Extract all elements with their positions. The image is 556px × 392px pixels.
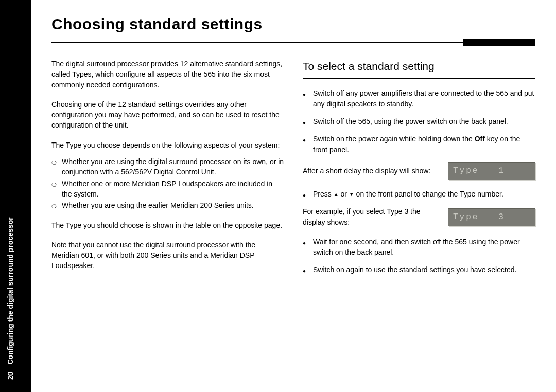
display-row: After a short delay the display will sho…: [303, 162, 535, 180]
bullet-dot-icon: [303, 264, 309, 275]
list-text: Whether you are using the digital surrou…: [62, 156, 284, 177]
para: The Type you should choose is shown in t…: [51, 220, 284, 230]
bullet-icon: [51, 156, 59, 177]
step: Press or on the front panel to change th…: [303, 189, 535, 199]
off-key: Off: [475, 135, 485, 143]
step-text: Switch off any power amplifiers that are…: [313, 88, 535, 109]
step-text: Switch on the power again while holding …: [313, 134, 535, 155]
sidebar-label: 20 Configuring the digital surround proc…: [6, 217, 14, 380]
bullet-dot-icon: [303, 189, 309, 199]
page-title: Choosing standard settings: [51, 15, 535, 33]
display-row: For example, if you select Type 3 the di…: [303, 206, 535, 227]
step-text: Switch on again to use the standard sett…: [313, 264, 516, 275]
step-text: Wait for one second, and then switch off…: [313, 237, 535, 258]
para: Note that you cannot use the digital sur…: [51, 240, 284, 271]
bullet-icon: [51, 200, 59, 210]
para: The Type you choose depends on the follo…: [51, 140, 284, 150]
bullet-dot-icon: [303, 134, 309, 155]
list-item: Whether one or more Meridian DSP Loudspe…: [51, 179, 284, 200]
sidebar: 20 Configuring the digital surround proc…: [0, 0, 31, 392]
step: Switch on again to use the standard sett…: [303, 264, 535, 275]
list-text: Whether you are using the earlier Meridi…: [62, 200, 254, 210]
step: Switch off any power amplifiers that are…: [303, 88, 535, 109]
t: Switch on the power again while holding …: [313, 135, 475, 143]
section-rule: [303, 78, 535, 79]
para: After a short delay the display will sho…: [303, 166, 441, 176]
step: Switch on the power again while holding …: [303, 134, 535, 155]
step: Wait for one second, and then switch off…: [303, 237, 535, 258]
list-text: Whether one or more Meridian DSP Loudspe…: [62, 179, 284, 200]
para: For example, if you select Type 3 the di…: [303, 206, 441, 227]
bullet-dot-icon: [303, 116, 309, 127]
lcd-display: Type 1: [448, 162, 535, 180]
bullet-dot-icon: [303, 237, 309, 258]
t: on the front panel to change the Type nu…: [354, 190, 503, 198]
step: Switch off the 565, using the power swit…: [303, 116, 535, 127]
step-text: Press or on the front panel to change th…: [313, 189, 503, 199]
lcd-display: Type 3: [448, 208, 535, 226]
section-heading: To select a standard setting: [303, 59, 535, 74]
right-column: To select a standard setting Switch off …: [303, 59, 535, 282]
list-item: Whether you are using the digital surrou…: [51, 156, 284, 177]
up-arrow-icon: [334, 190, 339, 198]
list-item: Whether you are using the earlier Meridi…: [51, 200, 284, 210]
t: or: [339, 190, 349, 198]
page-content: Choosing standard settings The digital s…: [31, 0, 556, 377]
para: Choosing one of the 12 standard settings…: [51, 99, 284, 131]
aspect-list: Whether you are using the digital surrou…: [51, 156, 284, 210]
para: The digital surround processor provides …: [51, 59, 284, 90]
t: Press: [313, 190, 334, 198]
step-text: Switch off the 565, using the power swit…: [313, 116, 508, 127]
title-rule: [51, 36, 535, 46]
down-arrow-icon: [349, 190, 354, 198]
bullet-dot-icon: [303, 88, 309, 109]
bullet-icon: [51, 179, 59, 200]
left-column: The digital surround processor provides …: [51, 59, 284, 282]
page-number: 20: [6, 371, 14, 380]
section-name: Configuring the digital surround process…: [6, 217, 14, 364]
